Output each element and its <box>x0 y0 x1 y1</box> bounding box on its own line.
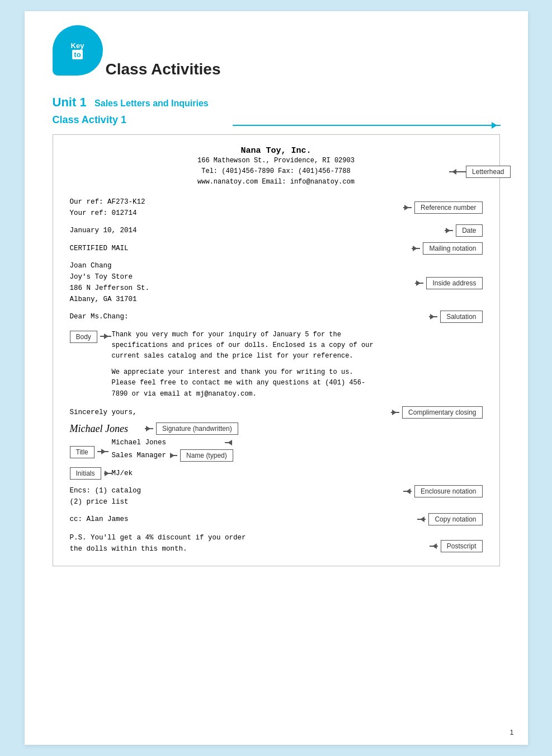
page: Key to Class Activities Unit 1 Sales Let… <box>25 11 528 745</box>
copy-arrow-head <box>417 516 424 522</box>
initials-content: MJ/ek <box>112 468 483 479</box>
name-typed-arrow2 <box>172 455 177 456</box>
body-row: Body Thank you very much for your inquir… <box>70 330 483 400</box>
page-number: 1 <box>509 728 513 736</box>
enclosure-label-area: Enclosure notation <box>403 485 482 497</box>
company-details: 166 Mathewson St., Providence, RI 02903 … <box>70 156 483 188</box>
salutation-label-box: Salutation <box>440 311 482 323</box>
salutation-label-area: Salutation <box>429 311 482 323</box>
signature-hw-row: Michael Jones Signature (handwritten) <box>70 422 483 436</box>
copy-content: cc: Alan James <box>70 514 412 525</box>
sales-manager: Sales Manager <box>112 450 167 461</box>
nt-arrowhead2 <box>170 453 177 458</box>
mailing-arrow-head <box>413 246 420 251</box>
ps-arrow-head <box>430 543 437 549</box>
enclosure-content: Encs: (1) catalog (2) price list <box>70 485 398 508</box>
ref-line1: Our ref: AF273-K12 <box>70 196 398 208</box>
closing-content: Sincerely yours, <box>70 407 386 418</box>
title-arrow <box>97 451 108 452</box>
name-typed: Michael Jones <box>112 437 219 448</box>
addr-arrow-head <box>416 280 423 286</box>
closing-arrow <box>391 412 399 413</box>
letterhead-arrow <box>449 171 466 172</box>
postscript-label-area: Postscript <box>430 532 483 552</box>
inside-address-content: Joan Chang Joy's Toy Store 186 N Jeffers… <box>70 260 410 305</box>
closing-arrow-head <box>392 410 399 415</box>
body-arrow <box>100 336 111 337</box>
closing-label-box: Complimentary closing <box>402 406 482 419</box>
name-typed-label-box: Name (typed) <box>180 449 233 462</box>
initials-label-box: Initials <box>70 467 101 480</box>
name-typed-label2-area: Name (typed) <box>172 449 233 462</box>
addr-line4: Albany, GA 31701 <box>70 294 410 305</box>
postscript-content: P.S. You'll get a 4% discount if you ord… <box>70 532 424 555</box>
enclosure-label-box: Enclosure notation <box>414 485 482 497</box>
mailing-arrow <box>412 248 420 249</box>
mailing-label-area: Mailing notation <box>412 242 482 255</box>
title-label-box: Title <box>70 446 95 458</box>
sig-hw-label-area: Signature (handwritten) <box>145 422 238 435</box>
bubble-key: Key <box>71 41 84 50</box>
enc-line2: (2) price list <box>70 496 398 508</box>
ps-line1: P.S. You'll get a 4% discount if you ord… <box>70 532 424 543</box>
ps-arrow <box>430 546 438 547</box>
letterhead: Nana Toy, Inc. 166 Mathewson St., Provid… <box>70 146 483 188</box>
ps-line2: the dolls within this month. <box>70 543 424 555</box>
class-activity-label: Class Activity 1 <box>53 114 500 126</box>
unit-section: Unit 1 Sales Letters and Inquiries <box>53 95 500 110</box>
date-content: January 10, 2014 <box>70 225 440 236</box>
title-label-area: Title <box>70 437 112 458</box>
copy-label-box: Copy notation <box>428 513 482 525</box>
addr-line2: Joy's Toy Store <box>70 271 410 283</box>
body-para2: We appreciate your interest and thank yo… <box>112 367 483 400</box>
initials-label-area: Initials <box>70 467 112 480</box>
addr-line3: 186 N Jefferson St. <box>70 283 410 294</box>
body-arrow-head <box>104 334 111 339</box>
enc-arrow <box>403 491 412 492</box>
mailing-content: CERTIFIED MAIL <box>70 243 407 254</box>
reference-content: Our ref: AF273-K12 Your ref: 012714 <box>70 196 398 219</box>
reference-label-box: Reference number <box>414 201 482 214</box>
name-typed-row: Michael Jones <box>112 437 233 448</box>
top-arrow-line <box>233 125 501 126</box>
title-arrow-head <box>101 449 108 454</box>
company-line1: 166 Mathewson St., Providence, RI 02903 <box>70 156 483 166</box>
company-line3: www.nanatoy.com Email: info@nanatoy.com <box>70 177 483 187</box>
name-title-row: Title Michael Jones Sales Man <box>70 437 483 462</box>
letterhead-label-wrapper: Letterhead <box>449 166 510 178</box>
body-para1: Thank you very much for your inquiry of … <box>112 330 483 362</box>
inside-address-row: Joan Chang Joy's Toy Store 186 N Jeffers… <box>70 260 483 305</box>
copy-label-area: Copy notation <box>417 513 482 525</box>
body-label-area: Body <box>70 330 112 343</box>
body-paragraphs: Thank you very much for your inquiry of … <box>112 330 483 400</box>
initials-arrow-head <box>105 471 112 476</box>
company-name: Nana Toy, Inc. <box>70 146 483 156</box>
date-arrow-head <box>446 228 453 233</box>
date-label-box: Date <box>456 224 482 237</box>
inside-address-label-area: Inside address <box>415 277 482 289</box>
name-typed-section: Michael Jones Sales Manager Name (ty <box>112 437 233 462</box>
ref-arrow-head <box>404 205 412 210</box>
inside-address-label-box: Inside address <box>426 277 482 289</box>
postscript-label-box: Postscript <box>441 540 483 552</box>
name-typed-label-area <box>225 442 233 443</box>
date-arrow <box>445 230 453 231</box>
salutation-content: Dear Ms.Chang: <box>70 311 424 322</box>
enc-line1: Encs: (1) catalog <box>70 485 398 496</box>
sales-manager-row: Sales Manager Name (typed) <box>112 449 233 462</box>
closing-row: Sincerely yours, Complimentary closing <box>70 406 483 419</box>
addr-line1: Joan Chang <box>70 260 410 271</box>
unit-label: Unit 1 <box>53 95 87 109</box>
body-label-box: Body <box>70 331 97 343</box>
salutation-arrow <box>429 316 437 317</box>
reference-label-area: Reference number <box>403 201 482 214</box>
salutation-row: Dear Ms.Chang: Salutation <box>70 311 483 323</box>
unit-subtitle: Sales Letters and Inquiries <box>95 98 209 108</box>
copy-arrow <box>417 519 426 520</box>
header-bubble: Key to <box>53 25 103 76</box>
ref-line2: Your ref: 012714 <box>70 208 398 219</box>
initials-arrow <box>104 473 112 474</box>
letterhead-label-box: Letterhead <box>466 166 510 178</box>
addr-arrow <box>415 283 423 284</box>
page-title: Class Activities <box>106 60 221 78</box>
